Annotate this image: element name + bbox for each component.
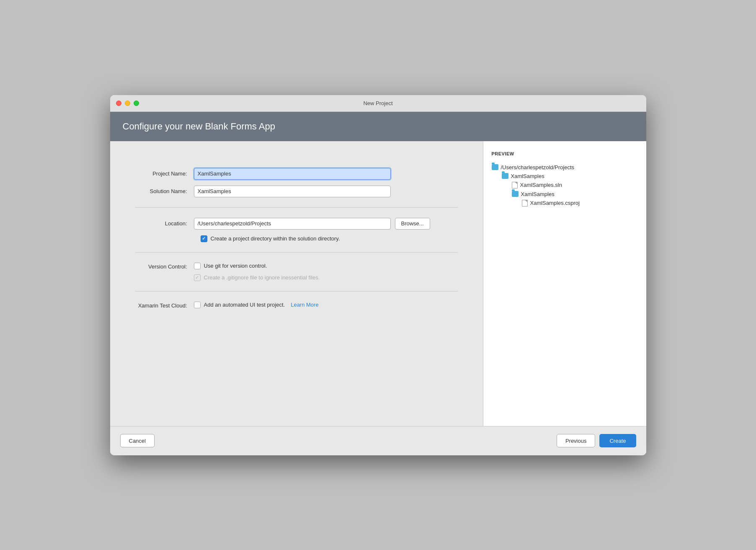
location-section: Location: Browse... Create a project dir…: [135, 208, 458, 253]
version-control-label: Version Control:: [135, 263, 194, 270]
close-button[interactable]: [116, 101, 121, 106]
version-control-section: Version Control: Use git for version con…: [135, 253, 458, 292]
add-ui-test-label: Add an automated UI test project.: [204, 302, 285, 308]
main-content: Project Name: Solution Name: Location: B…: [110, 141, 646, 426]
maximize-button[interactable]: [134, 101, 139, 106]
create-project-dir-label: Create a project directory within the so…: [211, 235, 340, 242]
previous-button[interactable]: Previous: [557, 434, 596, 447]
project-name-input[interactable]: [194, 168, 391, 180]
folder-icon: [502, 173, 508, 179]
preview-item-csproj-label: XamlSamples.csproj: [530, 200, 580, 206]
preview-item-root: /Users/charlespetzold/Projects: [492, 163, 638, 172]
version-control-label-row: Version Control: Use git for version con…: [135, 263, 458, 281]
title-bar: New Project: [110, 95, 646, 112]
preview-item-root-label: /Users/charlespetzold/Projects: [501, 164, 575, 170]
use-git-label: Use git for version control.: [204, 263, 267, 269]
preview-area: PREVIEW /Users/charlespetzold/Projects X…: [483, 141, 646, 426]
use-git-checkbox[interactable]: [194, 263, 201, 269]
add-ui-test-row: Add an automated UI test project. Learn …: [194, 302, 319, 308]
footer-left: Cancel: [120, 434, 155, 447]
preview-item-xamlsamples-subfolder: XamlSamples: [512, 190, 638, 199]
version-control-checkboxes: Use git for version control. Create a .g…: [194, 263, 320, 281]
location-label: Location:: [135, 220, 194, 227]
test-cloud-section: Xamarin Test Cloud: Add an automated UI …: [135, 292, 458, 319]
location-input-group: Browse...: [194, 218, 430, 230]
create-project-dir-row: Create a project directory within the so…: [201, 235, 458, 242]
footer: Cancel Previous Create: [110, 426, 646, 455]
folder-icon: [492, 164, 498, 170]
preview-item-xamlsamples-subfolder-label: XamlSamples: [521, 191, 555, 197]
preview-item-xamlsamples-folder-label: XamlSamples: [511, 173, 544, 179]
footer-right: Previous Create: [557, 434, 636, 447]
preview-item-sln: XamlSamples.sln: [512, 181, 638, 190]
preview-item-csproj: XamlSamples.csproj: [522, 199, 638, 208]
solution-name-label: Solution Name:: [135, 188, 194, 194]
location-row: Location: Browse...: [135, 218, 458, 230]
window: New Project Configure your new Blank For…: [110, 95, 646, 455]
solution-name-input[interactable]: [194, 186, 391, 197]
solution-name-row: Solution Name:: [135, 186, 458, 197]
form-area: Project Name: Solution Name: Location: B…: [110, 141, 483, 426]
file-icon: [512, 182, 518, 188]
preview-item-xamlsamples-folder: XamlSamples: [502, 172, 638, 181]
window-title: New Project: [363, 100, 392, 106]
test-cloud-label: Xamarin Test Cloud:: [135, 302, 194, 309]
create-gitignore-label: Create a .gitignore file to ignore iness…: [204, 274, 320, 281]
use-git-row: Use git for version control.: [194, 263, 320, 269]
test-cloud-checkboxes: Add an automated UI test project. Learn …: [194, 302, 319, 308]
add-ui-test-checkbox[interactable]: [194, 302, 201, 308]
minimize-button[interactable]: [125, 101, 130, 106]
project-name-row: Project Name:: [135, 168, 458, 180]
create-button[interactable]: Create: [599, 434, 636, 447]
folder-icon: [512, 191, 519, 197]
project-name-label: Project Name:: [135, 170, 194, 177]
preview-title: PREVIEW: [492, 151, 638, 156]
test-cloud-label-row: Xamarin Test Cloud: Add an automated UI …: [135, 302, 458, 309]
create-project-dir-checkbox[interactable]: [201, 235, 207, 242]
preview-item-sln-label: XamlSamples.sln: [520, 182, 562, 188]
names-section: Project Name: Solution Name:: [135, 158, 458, 208]
header-title: Configure your new Blank Forms App: [123, 121, 275, 132]
dialog-header: Configure your new Blank Forms App: [110, 112, 646, 141]
cancel-button[interactable]: Cancel: [120, 434, 155, 447]
location-input[interactable]: [194, 218, 391, 230]
file-icon: [522, 200, 528, 207]
browse-button[interactable]: Browse...: [395, 218, 430, 230]
create-gitignore-row: Create a .gitignore file to ignore iness…: [194, 274, 320, 281]
learn-more-link[interactable]: Learn More: [291, 302, 318, 308]
create-gitignore-checkbox[interactable]: [194, 274, 201, 281]
traffic-lights: [116, 101, 139, 106]
